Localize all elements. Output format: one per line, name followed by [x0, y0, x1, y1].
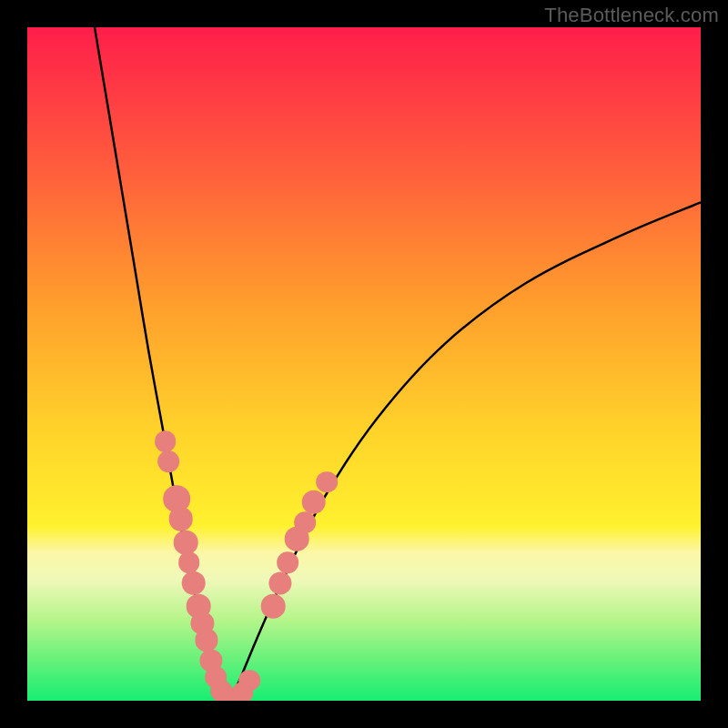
data-dot	[294, 511, 316, 533]
data-dot	[181, 571, 206, 595]
data-dot	[301, 490, 326, 514]
data-dot	[316, 471, 338, 493]
data-dot	[278, 551, 299, 573]
data-dot	[261, 594, 286, 619]
chart-frame: TheBottleneck.com	[0, 0, 728, 728]
data-dot	[158, 450, 180, 472]
curve-layer	[27, 27, 701, 701]
data-dot	[155, 430, 177, 452]
data-dot	[168, 507, 193, 531]
plot-area	[27, 27, 701, 701]
data-dot	[238, 670, 260, 692]
data-dot	[174, 531, 198, 555]
watermark-text: TheBottleneck.com	[544, 4, 719, 27]
right-curve	[229, 202, 701, 701]
